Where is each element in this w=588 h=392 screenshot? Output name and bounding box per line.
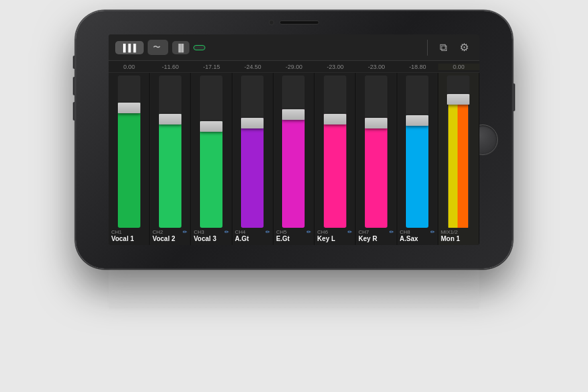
channel-id: CH1 <box>111 230 146 235</box>
channel-id: MIX1/2 <box>441 230 476 235</box>
fader-handle[interactable] <box>447 94 469 105</box>
channel-ch2[interactable]: CH2✏Vocal 2 <box>150 73 191 245</box>
fader-track-mix12 <box>447 75 469 228</box>
edit-icon[interactable]: ✏ <box>430 230 435 235</box>
edit-icon[interactable]: ✏ <box>266 230 270 235</box>
channel-name: Key R <box>358 235 393 242</box>
channel-name: Key L <box>317 235 352 242</box>
channels-area: CH1Vocal 1CH2✏Vocal 2CH3✏Vocal 3CH4✏A.Gt… <box>109 73 479 245</box>
channel-ch4[interactable]: CH4✏A.Gt <box>232 73 273 245</box>
edit-icon[interactable]: ✏ <box>389 230 394 235</box>
channel-name: A.Sax <box>400 235 435 242</box>
channel-id: CH8✏ <box>400 230 435 235</box>
edit-icon[interactable]: ✏ <box>183 230 187 235</box>
channel-id: CH4✏ <box>235 230 270 235</box>
channel-label: CH1Vocal 1 <box>110 228 148 244</box>
header-bar: ▐▐▐ 〜 ▐▌ <box>109 34 479 61</box>
fader-button[interactable]: ▐▐▐ <box>115 41 144 54</box>
db-value-ch3: -17.15 <box>191 64 232 70</box>
channel-id: CH5✏ <box>276 230 311 235</box>
settings-button[interactable]: ⚙ <box>456 39 473 56</box>
db-value-ch6: -23.00 <box>315 64 356 70</box>
top-bar <box>269 20 319 25</box>
fader-track-ch3 <box>200 75 222 228</box>
fader-fill <box>241 118 264 228</box>
channel-id: CH2✏ <box>152 230 187 235</box>
channel-ch1[interactable]: CH1Vocal 1 <box>109 73 150 245</box>
fader-handle[interactable] <box>406 115 428 126</box>
front-camera <box>269 20 274 25</box>
volume-down-button[interactable] <box>73 102 75 121</box>
bars-icon: ▐▐▐ <box>121 44 136 52</box>
db-value-ch2: -11.60 <box>150 64 191 70</box>
db-values-row: 0.00-11.60-17.15-24.50-29.00-23.00-23.00… <box>109 61 479 73</box>
fader-fill <box>118 103 140 228</box>
fader-fill <box>365 118 387 228</box>
channel-name: Vocal 1 <box>111 235 146 242</box>
view-icon: ▐▌ <box>176 44 187 52</box>
online-button[interactable] <box>193 45 205 50</box>
power-button[interactable] <box>513 83 515 111</box>
fader-fill <box>324 114 346 228</box>
fader-track-ch4 <box>241 75 264 228</box>
phone-body: ▐▐▐ 〜 ▐▌ <box>75 11 513 269</box>
channel-ch8[interactable]: CH8✏A.Sax <box>397 73 438 245</box>
fader-track-ch1 <box>118 75 140 228</box>
channel-label: CH2✏Vocal 2 <box>151 228 189 244</box>
db-value-ch1: 0.00 <box>109 64 150 70</box>
fader-handle[interactable] <box>118 103 140 113</box>
fader-track-ch7 <box>365 75 387 228</box>
db-value-ch8: -18.80 <box>397 64 438 70</box>
channel-name: Vocal 2 <box>152 235 187 242</box>
channel-name: E.Gt <box>276 235 311 242</box>
fader-handle[interactable] <box>200 121 222 132</box>
db-value-mix12: 0.00 <box>438 64 479 70</box>
phone-wrapper: ▐▐▐ 〜 ▐▌ <box>56 11 532 381</box>
channel-label: CH4✏A.Gt <box>234 228 271 244</box>
wave-icon: 〜 <box>153 42 160 52</box>
db-value-ch4: -24.50 <box>232 64 273 70</box>
channel-ch5[interactable]: CH5✏E.Gt <box>273 73 315 245</box>
channel-id: CH6✏ <box>317 230 352 235</box>
channel-ch3[interactable]: CH3✏Vocal 3 <box>191 73 232 245</box>
copy-button[interactable]: ⧉ <box>434 39 452 56</box>
channel-ch7[interactable]: CH7✏Key R <box>356 73 397 245</box>
fader-handle[interactable] <box>241 118 264 128</box>
channel-mix12[interactable]: MIX1/2Mon 1 <box>438 73 479 245</box>
channel-name: A.Gt <box>235 235 270 242</box>
fader-handle[interactable] <box>365 118 387 128</box>
edit-icon[interactable]: ✏ <box>224 230 229 235</box>
channel-label: CH5✏E.Gt <box>275 228 313 244</box>
fader-fill <box>159 114 181 228</box>
channel-label: CH6✏Key L <box>316 228 354 244</box>
channel-name: Vocal 3 <box>193 235 228 242</box>
screen-reflection <box>109 269 479 309</box>
pan-button[interactable]: 〜 <box>148 40 168 55</box>
screen: ▐▐▐ 〜 ▐▌ <box>109 34 479 245</box>
channel-label: CH7✏Key R <box>357 228 395 244</box>
fader-handle[interactable] <box>282 109 305 120</box>
volume-up-button[interactable] <box>73 77 75 95</box>
edit-icon[interactable]: ✏ <box>348 230 352 235</box>
fader-fill <box>282 109 305 228</box>
fader-handle[interactable] <box>159 114 181 124</box>
header-divider <box>427 40 428 56</box>
fader-track-ch6 <box>324 75 346 228</box>
channel-name: Mon 1 <box>441 235 476 242</box>
fader-track-ch5 <box>282 75 305 228</box>
fader-track-ch8 <box>406 75 428 228</box>
channel-label: MIX1/2Mon 1 <box>440 228 477 244</box>
view-button[interactable]: ▐▌ <box>172 41 189 54</box>
edit-icon[interactable]: ✏ <box>307 230 311 235</box>
fader-handle[interactable] <box>324 114 346 124</box>
channel-id: CH7✏ <box>358 230 393 235</box>
channel-ch6[interactable]: CH6✏Key L <box>315 73 356 245</box>
fader-fill <box>200 121 222 228</box>
db-value-ch7: -23.00 <box>356 64 397 70</box>
silent-button[interactable] <box>73 56 75 69</box>
fader-track-ch2 <box>159 75 181 228</box>
channel-label: CH3✏Vocal 3 <box>192 228 230 244</box>
channel-id: CH3✏ <box>193 230 228 235</box>
db-value-ch5: -29.00 <box>273 64 315 70</box>
fader-fill <box>406 115 428 228</box>
